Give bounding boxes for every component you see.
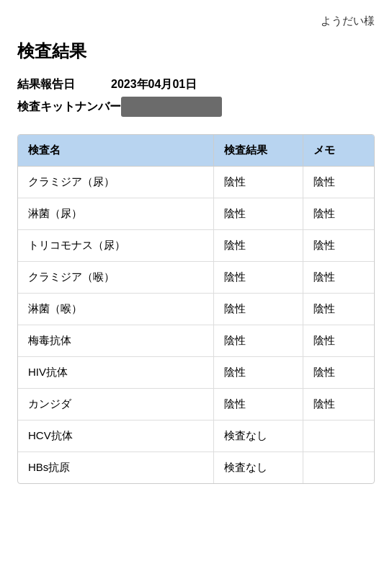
- cell-test-memo: 陰性: [303, 198, 374, 230]
- cell-test-result: 陰性: [214, 167, 303, 198]
- header-result: 検査結果: [214, 135, 303, 167]
- cell-test-memo: [303, 420, 374, 452]
- cell-test-result: 陰性: [214, 389, 303, 420]
- cell-test-memo: [303, 452, 374, 484]
- cell-test-name: 淋菌（尿）: [18, 198, 214, 230]
- result-date-row: 結果報告日 2023年04月01日: [17, 77, 375, 92]
- kit-number-value: [121, 97, 222, 117]
- greeting-text: ようだい様: [17, 14, 375, 28]
- table-row: HBs抗原検査なし: [18, 452, 374, 484]
- cell-test-result: 陰性: [214, 357, 303, 389]
- result-date-label: 結果報告日: [17, 77, 111, 92]
- table-row: 淋菌（尿）陰性陰性: [18, 198, 374, 230]
- cell-test-name: カンジダ: [18, 389, 214, 420]
- cell-test-memo: 陰性: [303, 357, 374, 389]
- cell-test-name: トリコモナス（尿）: [18, 230, 214, 262]
- kit-number-label: 検査キットナンバー: [17, 100, 121, 115]
- cell-test-result: 検査なし: [214, 420, 303, 452]
- cell-test-memo: 陰性: [303, 230, 374, 262]
- table-row: カンジダ陰性陰性: [18, 389, 374, 420]
- cell-test-name: クラミジア（喉）: [18, 262, 214, 294]
- cell-test-name: HIV抗体: [18, 357, 214, 389]
- cell-test-memo: 陰性: [303, 262, 374, 294]
- cell-test-name: 淋菌（喉）: [18, 294, 214, 325]
- cell-test-name: HCV抗体: [18, 420, 214, 452]
- table-row: トリコモナス（尿）陰性陰性: [18, 230, 374, 262]
- info-section: 結果報告日 2023年04月01日 検査キットナンバー: [17, 77, 375, 117]
- cell-test-result: 検査なし: [214, 452, 303, 484]
- table-row: 淋菌（喉）陰性陰性: [18, 294, 374, 325]
- cell-test-memo: 陰性: [303, 167, 374, 198]
- cell-test-result: 陰性: [214, 198, 303, 230]
- result-date-value: 2023年04月01日: [111, 77, 197, 92]
- table-header-row: 検査名 検査結果 メモ: [18, 135, 374, 167]
- results-table-container: 検査名 検査結果 メモ クラミジア（尿）陰性陰性淋菌（尿）陰性陰性トリコモナス（…: [17, 134, 375, 484]
- table-row: クラミジア（尿）陰性陰性: [18, 167, 374, 198]
- cell-test-name: HBs抗原: [18, 452, 214, 484]
- cell-test-result: 陰性: [214, 325, 303, 357]
- cell-test-name: クラミジア（尿）: [18, 167, 214, 198]
- table-row: クラミジア（喉）陰性陰性: [18, 262, 374, 294]
- cell-test-result: 陰性: [214, 262, 303, 294]
- cell-test-memo: 陰性: [303, 294, 374, 325]
- cell-test-memo: 陰性: [303, 325, 374, 357]
- header-name: 検査名: [18, 135, 214, 167]
- kit-number-row: 検査キットナンバー: [17, 97, 375, 117]
- cell-test-result: 陰性: [214, 230, 303, 262]
- table-row: 梅毒抗体陰性陰性: [18, 325, 374, 357]
- cell-test-result: 陰性: [214, 294, 303, 325]
- page-title: 検査結果: [17, 40, 375, 63]
- table-row: HIV抗体陰性陰性: [18, 357, 374, 389]
- cell-test-memo: 陰性: [303, 389, 374, 420]
- table-row: HCV抗体検査なし: [18, 420, 374, 452]
- results-table: 検査名 検査結果 メモ クラミジア（尿）陰性陰性淋菌（尿）陰性陰性トリコモナス（…: [18, 135, 374, 483]
- header-memo: メモ: [303, 135, 374, 167]
- cell-test-name: 梅毒抗体: [18, 325, 214, 357]
